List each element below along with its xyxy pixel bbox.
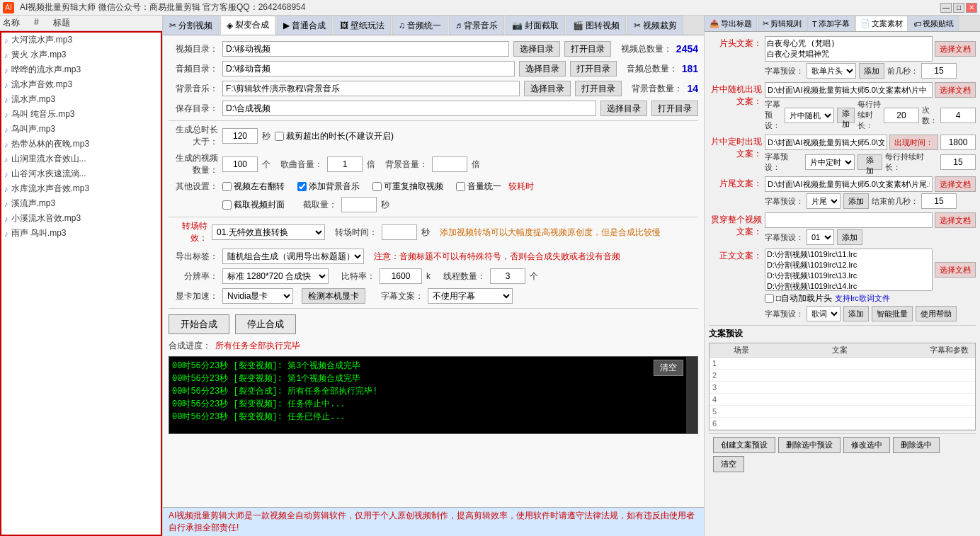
script-row[interactable]: 4: [710, 394, 975, 406]
bitrate-input[interactable]: [380, 268, 422, 284]
flip-lr-checkbox[interactable]: [222, 182, 232, 191]
cut-exceed-label[interactable]: 裁剪超出的时长(不建议开启): [275, 130, 394, 142]
bg-music-open-btn[interactable]: 打开目录: [575, 81, 622, 96]
transition-select[interactable]: 01.无特效直接转换: [212, 224, 325, 240]
bg-music-input[interactable]: [222, 81, 520, 96]
cut-exceed-checkbox[interactable]: [275, 132, 284, 141]
bg-vol-input[interactable]: [432, 156, 467, 172]
mid-random-input[interactable]: [765, 82, 933, 98]
list-item[interactable]: ♪鸟叫 纯音乐.mp3: [1, 107, 161, 122]
tab-裂变合成[interactable]: ◈裂变合成: [220, 16, 275, 35]
close-button[interactable]: ✕: [966, 3, 977, 13]
lyric-add-btn[interactable]: 添加: [843, 306, 869, 321]
tab-封面截取[interactable]: 📷封面截取: [506, 16, 565, 35]
list-item[interactable]: ♪流水声音效.mp3: [1, 77, 161, 92]
mid-subtitle-select[interactable]: 片中随机: [785, 108, 834, 123]
video-dir-open-btn[interactable]: 打开目录: [564, 41, 611, 57]
script-row[interactable]: 1: [710, 358, 975, 370]
log-scrollbar[interactable]: [686, 357, 697, 433]
tail-end-seconds-input[interactable]: [921, 193, 957, 209]
script-row[interactable]: 2: [710, 370, 975, 382]
lyric-lines-select[interactable]: D:\分割视频\1019lrc\11.lrcD:\分割视频\1019lrc\12…: [765, 249, 933, 291]
del-btn[interactable]: 删除选中: [893, 437, 940, 453]
lyric-line-option[interactable]: D:\分割视频\1019lrc\14.lrc: [767, 281, 930, 291]
del-selected-btn[interactable]: 删除选中预设: [778, 437, 841, 453]
list-item[interactable]: ♪鸟叫声.mp3: [1, 122, 161, 137]
right-tab-添加字幕[interactable]: T添加字幕: [807, 16, 855, 31]
maximize-button[interactable]: □: [953, 3, 964, 13]
tab-背景音乐[interactable]: ♬背景音乐: [449, 16, 504, 35]
start-btn[interactable]: 开始合成: [169, 314, 229, 334]
mid-times-input[interactable]: [940, 108, 976, 123]
lyric-help-btn[interactable]: 使用帮助: [916, 306, 957, 321]
list-item[interactable]: ♪热带丛林的夜晚.mp3: [1, 137, 161, 152]
thread-input[interactable]: [490, 268, 525, 284]
list-item[interactable]: ♪山谷河水疾速流淌...: [1, 166, 161, 181]
lyric-auto-load-label[interactable]: □自动加载片头: [765, 292, 832, 304]
script-row[interactable]: 5: [710, 406, 975, 418]
tab-图转视频[interactable]: 🎬图转视频: [566, 16, 626, 35]
list-item[interactable]: ♪簧火 水声.mp3: [1, 47, 161, 62]
mid-timed-add-btn[interactable]: 添加: [858, 154, 882, 170]
subtitle-select[interactable]: 不使用字幕: [428, 288, 513, 304]
right-tab-剪辑规则[interactable]: ✂剪辑规则: [758, 16, 807, 31]
lyric-smart-btn[interactable]: 智能批量: [872, 306, 913, 321]
lyric-line-option[interactable]: D:\分割视频\1019lrc\12.lrc: [767, 260, 930, 270]
add-bg-music-label[interactable]: 添加背景音乐: [297, 181, 360, 193]
save-dir-input[interactable]: [222, 101, 596, 116]
full-subtitle-select[interactable]: 01: [807, 229, 834, 245]
lyric-line-option[interactable]: D:\分割视频\1019lrc\11.lrc: [767, 249, 930, 260]
lyric-auto-load-checkbox[interactable]: [765, 294, 774, 303]
transition-time-input[interactable]: [382, 224, 417, 240]
full-select-btn[interactable]: 选择文档: [935, 212, 976, 228]
mid-add-btn[interactable]: 添加: [837, 108, 855, 123]
head-script-textarea[interactable]: [765, 36, 933, 62]
right-tab-视频贴纸[interactable]: 🏷视频贴纸: [908, 16, 959, 31]
mid-timed-subtitle-select[interactable]: 片中定时: [805, 154, 855, 170]
video-dir-input[interactable]: [222, 41, 509, 57]
repeat-extract-checkbox[interactable]: [372, 182, 382, 191]
list-item[interactable]: ♪山涧里流水音效山...: [1, 152, 161, 166]
script-row[interactable]: 6: [710, 418, 975, 430]
list-item[interactable]: ♪溪流声.mp3: [1, 196, 161, 211]
list-item[interactable]: ♪流水声.mp3: [1, 92, 161, 107]
list-item[interactable]: ♪雨声 鸟叫.mp3: [1, 226, 161, 241]
mid-timed-select-btn[interactable]: 出现时间：: [889, 135, 938, 150]
add-bg-music-checkbox[interactable]: [297, 182, 307, 191]
repeat-extract-label[interactable]: 可重复抽取视频: [372, 181, 443, 193]
list-item[interactable]: ♪小溪流水音效.mp3: [1, 211, 161, 226]
mid-timed-time-input[interactable]: [940, 135, 976, 150]
detect-gpu-btn[interactable]: 检测本机显卡: [302, 288, 365, 304]
song-vol-input[interactable]: [327, 156, 363, 172]
lyric-select-btn[interactable]: 选择文档: [935, 262, 976, 278]
bg-music-select-btn[interactable]: 选择目录: [524, 81, 571, 96]
cut-cover-checkbox[interactable]: [222, 200, 232, 210]
right-tab-文案素材[interactable]: 📄文案素材: [855, 16, 908, 31]
gen-count-input[interactable]: [222, 156, 258, 172]
head-add-btn[interactable]: 添加: [859, 63, 884, 79]
video-dir-select-btn[interactable]: 选择目录: [513, 41, 560, 57]
create-btn[interactable]: 创建文案预设: [713, 437, 775, 453]
clear-btn[interactable]: 清空: [713, 456, 744, 472]
tab-壁纸玩法[interactable]: 🖼壁纸玩法: [334, 16, 391, 35]
audio-dir-select-btn[interactable]: 选择目录: [519, 61, 566, 76]
head-subtitle-select[interactable]: 歌单片头: [807, 63, 856, 79]
cut-range-input[interactable]: [341, 197, 377, 212]
script-row[interactable]: 3: [710, 382, 975, 394]
vol-unify-label[interactable]: 音量统一: [456, 181, 501, 193]
tab-音频统一[interactable]: ♫音频统一: [392, 16, 448, 35]
flip-lr-label[interactable]: 视频左右翻转: [222, 181, 285, 193]
lyric-subtitle-select[interactable]: 歌词: [807, 306, 841, 321]
tab-普通合成[interactable]: ▶普通合成: [277, 16, 332, 35]
cut-cover-label[interactable]: 截取视频封面: [222, 199, 285, 211]
list-item[interactable]: ♪哗哗的流水声.mp3: [1, 62, 161, 77]
full-add-btn[interactable]: 添加: [837, 229, 862, 245]
export-tag-select[interactable]: 随机组合生成（调用导出标题题）: [222, 249, 364, 264]
tail-add-btn[interactable]: 添加: [843, 193, 869, 209]
tab-视频裁剪[interactable]: ✂视频裁剪: [627, 16, 683, 35]
tail-select-btn[interactable]: 选择文档: [935, 176, 976, 192]
tail-script-input[interactable]: [765, 176, 933, 192]
log-clear-btn[interactable]: 清空: [654, 360, 683, 376]
tab-分割视频[interactable]: ✂分割视频: [163, 16, 219, 35]
edit-btn[interactable]: 修改选中: [843, 437, 890, 453]
